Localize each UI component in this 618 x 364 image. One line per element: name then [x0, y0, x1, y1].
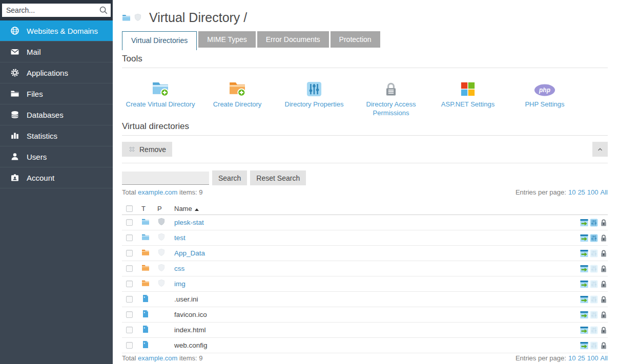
- table-row: css: [122, 261, 608, 276]
- entries-option-25[interactable]: 25: [578, 354, 585, 362]
- shield-icon: [157, 218, 166, 227]
- access-permissions-icon[interactable]: [600, 265, 608, 273]
- row-name-link[interactable]: css: [174, 265, 184, 272]
- page-header: Virtual Directory /: [122, 9, 608, 26]
- entries-option-100[interactable]: 100: [587, 188, 599, 196]
- entries-option-all[interactable]: All: [601, 188, 608, 196]
- search-input[interactable]: [2, 4, 111, 17]
- list-search-button[interactable]: Search: [212, 170, 247, 185]
- entries-option-10[interactable]: 10: [568, 188, 575, 196]
- tab-mime-types[interactable]: MIME Types: [198, 31, 256, 48]
- row-actions: [580, 219, 608, 227]
- select-all-checkbox[interactable]: [126, 205, 133, 212]
- access-permissions-icon[interactable]: [600, 341, 608, 350]
- tool-create-directory[interactable]: Create Directory: [199, 73, 276, 118]
- open-directory-icon[interactable]: [580, 295, 588, 304]
- domain-link[interactable]: example.com: [138, 188, 177, 196]
- reset-search-button[interactable]: Reset Search: [250, 170, 306, 185]
- list-filter-row: Search Reset Search: [122, 170, 608, 185]
- search-icon: [99, 6, 108, 15]
- domain-link[interactable]: example.com: [138, 354, 177, 362]
- entries-option-10[interactable]: 10: [568, 354, 575, 362]
- row-name-link[interactable]: App_Data: [174, 249, 205, 257]
- sidebar-item-users[interactable]: Users: [0, 146, 113, 167]
- row-checkbox[interactable]: [126, 234, 133, 241]
- open-directory-icon[interactable]: [580, 249, 588, 258]
- directory-properties-icon[interactable]: [590, 219, 598, 227]
- tools-row: Create Virtual DirectoryCreate Directory…: [122, 73, 608, 118]
- tool-directory-properties[interactable]: Directory Properties: [276, 73, 353, 118]
- remove-button[interactable]: Remove: [122, 142, 172, 157]
- access-permissions-icon[interactable]: [600, 219, 608, 227]
- row-actions: [580, 265, 608, 273]
- row-name-link[interactable]: test: [174, 234, 186, 242]
- entries-per-page: Entries per page:1025100All: [516, 188, 608, 196]
- open-directory-icon[interactable]: [580, 265, 588, 273]
- row-name-text: web.config: [174, 341, 208, 349]
- entries-option-100[interactable]: 100: [587, 354, 599, 362]
- open-directory-icon[interactable]: [580, 219, 588, 227]
- column-name-sort[interactable]: Name: [174, 205, 608, 212]
- shield-icon: [134, 13, 142, 22]
- sidebar-item-databases[interactable]: Databases: [0, 104, 113, 125]
- row-type-cell: [141, 279, 157, 289]
- sidebar-menu: Websites & DomainsMailApplicationsFilesD…: [0, 20, 113, 188]
- shield-icon: [157, 279, 166, 289]
- sidebar-item-websites-domains[interactable]: Websites & Domains: [0, 20, 113, 41]
- row-checkbox[interactable]: [126, 281, 133, 287]
- entries-option-25[interactable]: 25: [578, 188, 585, 196]
- row-checkbox[interactable]: [126, 342, 133, 349]
- table-row: test: [122, 230, 608, 246]
- open-directory-icon[interactable]: [580, 341, 588, 350]
- row-type-cell: [141, 248, 157, 258]
- row-checkbox[interactable]: [126, 250, 133, 256]
- row-name-link[interactable]: plesk-stat: [174, 219, 204, 226]
- access-permissions-icon[interactable]: [600, 311, 608, 319]
- directory-properties-icon: [590, 341, 598, 350]
- column-protected: P: [157, 205, 174, 212]
- svg-text:php: php: [539, 87, 550, 94]
- tool-asp-net-settings[interactable]: ASP.NET Settings: [429, 73, 506, 118]
- chart-icon: [10, 131, 19, 140]
- shield-icon: [157, 248, 166, 258]
- access-permissions-icon[interactable]: [600, 234, 608, 242]
- sidebar-item-statistics[interactable]: Statistics: [0, 125, 113, 146]
- sidebar-item-account[interactable]: Account: [0, 167, 113, 188]
- entries-option-all[interactable]: All: [601, 354, 608, 362]
- access-permissions-icon[interactable]: [600, 295, 608, 304]
- folder-icon: [141, 233, 150, 243]
- directory-properties-icon[interactable]: [590, 234, 598, 242]
- open-directory-icon[interactable]: [580, 234, 588, 242]
- tool-php-settings[interactable]: phpPHP Settings: [506, 73, 583, 118]
- gear-icon: [10, 68, 19, 77]
- row-name-link[interactable]: img: [174, 280, 186, 288]
- sidebar-item-mail[interactable]: Mail: [0, 41, 113, 62]
- row-protection-cell: [157, 264, 174, 273]
- tab-error-documents[interactable]: Error Documents: [257, 31, 329, 48]
- tool-directory-access-permissions[interactable]: Directory Access Permissions: [353, 73, 429, 118]
- row-actions: [580, 326, 608, 334]
- open-directory-icon[interactable]: [580, 311, 588, 319]
- row-checkbox[interactable]: [126, 311, 133, 318]
- tool-create-virtual-directory[interactable]: Create Virtual Directory: [122, 73, 199, 118]
- list-filter-input[interactable]: [122, 172, 209, 185]
- row-checkbox[interactable]: [126, 265, 133, 272]
- row-actions: [580, 234, 608, 242]
- row-checkbox[interactable]: [126, 296, 133, 303]
- access-permissions-icon[interactable]: [600, 280, 608, 288]
- sidebar-item-files[interactable]: Files: [0, 83, 113, 104]
- tab-virtual-directories[interactable]: Virtual Directories: [122, 31, 197, 50]
- row-checkbox[interactable]: [126, 219, 133, 226]
- tool-label: PHP Settings: [506, 100, 583, 109]
- collapse-button[interactable]: [592, 142, 608, 157]
- open-directory-icon[interactable]: [580, 280, 588, 288]
- tab-protection[interactable]: Protection: [331, 31, 380, 48]
- row-checkbox-cell: [122, 327, 141, 333]
- open-directory-icon[interactable]: [580, 326, 588, 334]
- tool-label: Directory Properties: [276, 100, 353, 109]
- access-permissions-icon[interactable]: [600, 326, 608, 334]
- row-checkbox[interactable]: [126, 327, 133, 333]
- sidebar-item-applications[interactable]: Applications: [0, 62, 113, 83]
- list-toolbar: Remove: [122, 136, 608, 163]
- access-permissions-icon[interactable]: [600, 249, 608, 258]
